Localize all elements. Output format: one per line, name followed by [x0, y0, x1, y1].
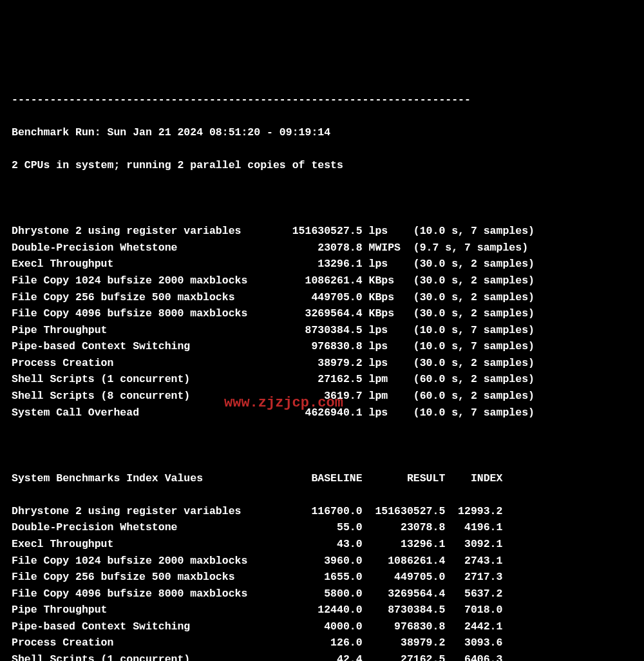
index-row: Execl Throughput 43.0 13296.1 3092.1: [12, 536, 632, 553]
results-block: Dhrystone 2 using register variables 151…: [12, 223, 632, 421]
benchmark-run-line: Benchmark Run: Sun Jan 21 2024 08:51:20 …: [12, 124, 632, 141]
dash-rule: ----------------------------------------…: [12, 91, 632, 108]
result-row: Shell Scripts (1 concurrent) 27162.5 lpm…: [12, 371, 632, 388]
index-row: File Copy 256 bufsize 500 maxblocks 1655…: [12, 569, 632, 586]
result-row: System Call Overhead 4626940.1 lps (10.0…: [12, 405, 632, 421]
index-row: File Copy 1024 bufsize 2000 maxblocks 39…: [12, 553, 632, 570]
blank: [12, 190, 632, 207]
result-row: File Copy 256 bufsize 500 maxblocks 4497…: [12, 289, 632, 306]
result-row: Shell Scripts (8 concurrent) 3619.7 lpm …: [12, 388, 632, 405]
blank: [12, 437, 632, 454]
result-row: Execl Throughput 13296.1 lps (30.0 s, 2 …: [12, 256, 632, 273]
result-row: File Copy 4096 bufsize 8000 maxblocks 32…: [12, 305, 632, 322]
result-row: Pipe-based Context Switching 976830.8 lp…: [12, 338, 632, 355]
result-row: Process Creation 38979.2 lps (30.0 s, 2 …: [12, 355, 632, 372]
result-row: Dhrystone 2 using register variables 151…: [12, 223, 632, 240]
index-row: Shell Scripts (1 concurrent) 42.4 27162.…: [12, 651, 632, 661]
index-row: Process Creation 126.0 38979.2 3093.6: [12, 635, 632, 651]
result-row: Double-Precision Whetstone 23078.8 MWIPS…: [12, 240, 632, 256]
index-block: Dhrystone 2 using register variables 116…: [12, 503, 632, 661]
result-row: Pipe Throughput 8730384.5 lps (10.0 s, 7…: [12, 322, 632, 339]
cpu-line: 2 CPUs in system; running 2 parallel cop…: [12, 157, 632, 174]
index-row: Pipe Throughput 12440.0 8730384.5 7018.0: [12, 602, 632, 618]
index-row: Double-Precision Whetstone 55.0 23078.8 …: [12, 519, 632, 536]
result-row: File Copy 1024 bufsize 2000 maxblocks 10…: [12, 273, 632, 289]
index-row: File Copy 4096 bufsize 8000 maxblocks 58…: [12, 586, 632, 602]
terminal-output: ----------------------------------------…: [12, 75, 632, 661]
index-header: System Benchmarks Index Values BASELINE …: [12, 470, 632, 487]
index-row: Dhrystone 2 using register variables 116…: [12, 503, 632, 520]
index-row: Pipe-based Context Switching 4000.0 9768…: [12, 618, 632, 635]
